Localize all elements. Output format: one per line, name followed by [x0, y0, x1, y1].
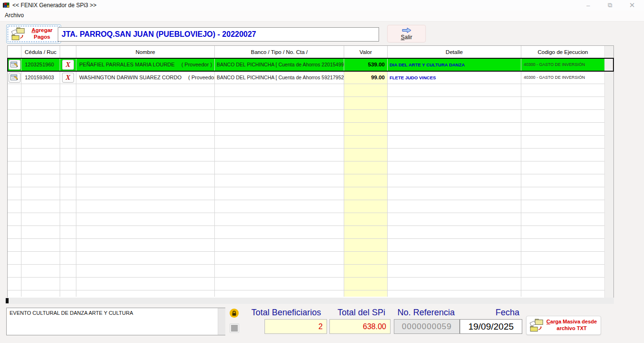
edit-cell — [8, 290, 21, 297]
codigo-cell — [521, 252, 605, 265]
detalle-cell — [388, 136, 521, 149]
nombre-cell: WASHINGTON DARWIN SUAREZ CORDO( Proveedo… — [76, 71, 215, 84]
nombre-cell — [76, 290, 215, 297]
edit-cell — [8, 239, 21, 252]
valor-cell — [344, 200, 388, 213]
edit-cell — [8, 58, 21, 71]
menu-bar: Archivo — [0, 11, 644, 21]
descripcion-scrollbar[interactable] — [218, 308, 225, 335]
nombre-cell — [76, 149, 215, 161]
delete-cell — [60, 161, 76, 174]
detalle-cell — [388, 278, 521, 290]
color-swatch-button[interactable] — [230, 323, 239, 333]
cedula-cell: 1201593603 — [21, 71, 60, 84]
table-row-empty — [8, 161, 613, 174]
delete-row-button[interactable]: X — [62, 73, 74, 83]
payments-table: Cédula / Ruc Nombre Banco / Tipo / No. C… — [7, 45, 614, 298]
delete-cell — [60, 187, 76, 200]
edit-cell — [8, 110, 21, 123]
banco-cell — [215, 226, 344, 239]
valor-cell: 99.00 — [344, 71, 388, 84]
table-row-empty — [8, 265, 613, 278]
edit-cell — [8, 84, 21, 97]
close-button[interactable]: ✕ — [621, 0, 643, 11]
cedula-cell — [21, 278, 60, 290]
table-row-empty — [8, 123, 613, 136]
fecha-label: Fecha — [484, 308, 531, 318]
detalle-cell — [388, 123, 521, 136]
window-controls: – ⧉ ✕ — [577, 0, 643, 11]
exit-button[interactable]: Salir — [387, 25, 426, 43]
nombre-cell — [76, 97, 215, 110]
detalle-cell: FLETE JUDO VINCES — [388, 71, 521, 84]
table-row-empty — [8, 174, 613, 187]
table-row[interactable]: 1201593603 XWASHINGTON DARWIN SUAREZ COR… — [8, 71, 613, 84]
banco-cell — [215, 97, 344, 110]
detalle-cell — [388, 290, 521, 297]
delete-cell — [60, 110, 76, 123]
delete-cell — [60, 213, 76, 226]
edit-cell — [8, 226, 21, 239]
table-row-empty — [8, 290, 613, 297]
detalle-cell — [388, 213, 521, 226]
table-row-empty — [8, 226, 613, 239]
add-payments-icon — [10, 27, 25, 41]
codigo-cell — [521, 290, 605, 297]
table-row-empty — [8, 149, 613, 161]
edit-cell — [8, 278, 21, 290]
delete-cell — [60, 136, 76, 149]
horizontal-scrollbar[interactable] — [5, 298, 614, 304]
banco-cell — [215, 136, 344, 149]
valor-cell — [344, 161, 388, 174]
table-row[interactable]: 1203251960 XPEÑAFIEL PARRALES MARIA LOUR… — [8, 58, 613, 71]
codigo-cell — [521, 110, 605, 123]
delete-row-button[interactable]: X — [62, 60, 74, 70]
edit-form-icon — [11, 74, 19, 81]
header-valor: Valor — [344, 46, 388, 58]
exit-arrow-icon — [401, 27, 412, 33]
edit-cell — [8, 136, 21, 149]
restore-button[interactable]: ⧉ — [599, 0, 621, 11]
bulk-load-icon — [528, 318, 544, 332]
entity-input[interactable]: JTA. PARROQ.SAN JUAN (PUEBLOVIEJO) - 202… — [58, 27, 379, 42]
cedula-cell — [21, 136, 60, 149]
codigo-cell — [521, 123, 605, 136]
delete-cell: X — [60, 71, 76, 84]
horizontal-scrollbar-thumb[interactable] — [6, 298, 9, 303]
valor-cell — [344, 239, 388, 252]
detalle-cell — [388, 161, 521, 174]
menu-archivo[interactable]: Archivo — [0, 11, 29, 19]
codigo-cell — [521, 149, 605, 161]
bulk-load-button[interactable]: Carga Masiva desde archivo TXT — [526, 316, 601, 335]
descripcion-textarea[interactable]: EVENTO CULTURAL DE DANZA ARTE Y CULTURA — [6, 308, 225, 335]
banco-cell — [215, 123, 344, 136]
delete-cell — [60, 149, 76, 161]
add-payments-button[interactable]: Agregar Pagos — [6, 24, 61, 43]
vertical-scrollbar[interactable] — [604, 46, 613, 298]
valor-cell — [344, 187, 388, 200]
delete-cell — [60, 123, 76, 136]
detalle-cell — [388, 252, 521, 265]
table-row-empty — [8, 97, 613, 110]
codigo-cell — [521, 136, 605, 149]
valor-cell — [344, 149, 388, 161]
window-title: << FENIX Generador de SPi3 >> — [12, 2, 96, 9]
edit-row-button[interactable] — [9, 73, 21, 83]
valor-cell: 539.00 — [344, 58, 388, 71]
header-delete — [60, 46, 76, 58]
nombre-cell — [76, 136, 215, 149]
edit-row-button[interactable] — [9, 60, 21, 70]
edit-cell — [8, 149, 21, 161]
delete-cell — [60, 174, 76, 187]
banco-cell — [215, 252, 344, 265]
nombre-cell — [76, 110, 215, 123]
banco-cell — [215, 290, 344, 297]
delete-cell — [60, 97, 76, 110]
referencia-label: No. Referencia — [392, 308, 460, 318]
cedula-cell — [21, 200, 60, 213]
cedula-cell — [21, 265, 60, 278]
fecha-field[interactable]: 19/09/2025 — [460, 319, 522, 334]
minimize-button[interactable]: – — [577, 0, 599, 11]
nombre-cell — [76, 84, 215, 97]
lock-icon[interactable] — [230, 309, 239, 318]
